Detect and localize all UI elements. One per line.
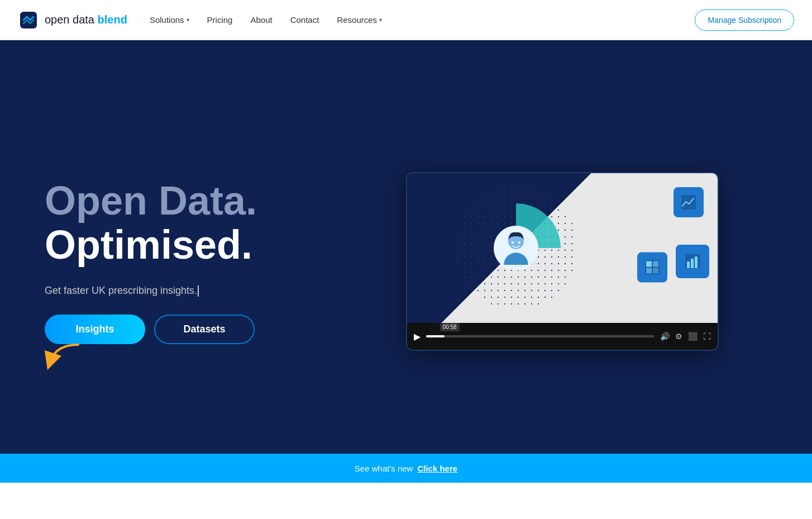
- svg-rect-8: [687, 261, 690, 268]
- nav-contact[interactable]: Contact: [290, 15, 319, 25]
- hero-title-line2: Optimised.: [45, 223, 324, 267]
- svg-rect-14: [646, 268, 652, 274]
- manage-subscription-button[interactable]: Manage Subscription: [695, 9, 794, 31]
- hero-right: ▶ 00:58 🔊 ⚙ ⬛ ⛶: [357, 172, 767, 351]
- nav-resources[interactable]: Resources ▾: [337, 15, 382, 25]
- nav-about[interactable]: About: [250, 15, 272, 25]
- arrow-indicator: [39, 339, 84, 375]
- nav-links: Solutions ▾ Pricing About Contact Resour…: [150, 15, 695, 25]
- data-card-table: [637, 253, 667, 283]
- logo[interactable]: open data blend: [18, 9, 127, 31]
- play-button[interactable]: ▶: [414, 331, 421, 342]
- navbar: open data blend Solutions ▾ Pricing Abou…: [0, 0, 812, 40]
- svg-rect-12: [646, 261, 652, 267]
- avatar: [494, 226, 538, 270]
- chevron-down-icon: ▾: [379, 17, 382, 23]
- pip-icon[interactable]: ⬛: [688, 332, 698, 341]
- progress-bar[interactable]: 00:58: [426, 335, 655, 337]
- bottom-banner: See what's new Click here: [0, 454, 812, 483]
- svg-rect-13: [653, 261, 658, 267]
- svg-rect-6: [681, 195, 696, 209]
- data-card-chart: [674, 187, 704, 217]
- svg-point-5: [518, 241, 520, 244]
- hero-buttons: Insights Datasets: [45, 315, 324, 344]
- svg-rect-10: [695, 256, 698, 268]
- nav-pricing[interactable]: Pricing: [207, 15, 233, 25]
- fullscreen-icon[interactable]: ⛶: [703, 332, 711, 341]
- svg-rect-0: [20, 12, 37, 28]
- hero-title-line1: Open Data.: [45, 179, 324, 223]
- avatar-svg: [494, 226, 538, 270]
- click-here-link[interactable]: Click here: [417, 464, 457, 473]
- svg-rect-9: [691, 259, 694, 268]
- arrow-icon: [39, 339, 84, 373]
- bar-chart-icon: [684, 253, 701, 270]
- logo-text: open data blend: [45, 13, 127, 26]
- data-card-bar: [676, 245, 709, 278]
- chart-line-icon: [680, 194, 697, 211]
- hero-section: Open Data. Optimised. Get faster UK pres…: [0, 40, 812, 483]
- svg-point-4: [512, 241, 514, 244]
- hero-left: Open Data. Optimised. Get faster UK pres…: [45, 179, 324, 345]
- text-cursor: [198, 285, 199, 297]
- video-controls: ▶ 00:58 🔊 ⚙ ⬛ ⛶: [407, 323, 718, 350]
- progress-fill: [426, 335, 445, 337]
- video-player: ▶ 00:58 🔊 ⚙ ⬛ ⛶: [406, 172, 719, 351]
- video-content: [407, 173, 718, 323]
- time-tooltip: 00:58: [440, 323, 460, 331]
- volume-icon[interactable]: 🔊: [660, 332, 670, 341]
- nav-solutions[interactable]: Solutions ▾: [150, 15, 189, 25]
- logo-icon: [18, 9, 39, 31]
- table-icon: [644, 259, 661, 276]
- svg-rect-15: [653, 268, 658, 274]
- control-icons: 🔊 ⚙ ⬛ ⛶: [660, 332, 711, 341]
- datasets-button[interactable]: Datasets: [154, 315, 255, 344]
- banner-text: See what's new: [355, 464, 413, 473]
- hero-subtitle: Get faster UK prescribing insights.: [45, 285, 324, 297]
- settings-icon[interactable]: ⚙: [675, 332, 682, 341]
- chevron-down-icon: ▾: [187, 17, 189, 23]
- hero-title: Open Data. Optimised.: [45, 179, 324, 267]
